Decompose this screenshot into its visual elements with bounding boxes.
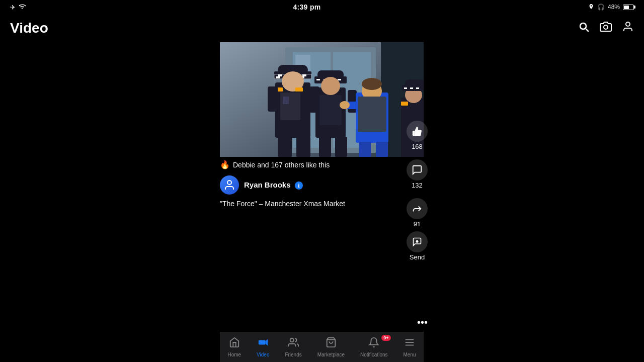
battery-percent: 48%: [608, 4, 620, 11]
svg-rect-42: [319, 137, 331, 157]
svg-rect-56: [405, 79, 424, 87]
verified-icon: ℹ: [295, 182, 303, 190]
svg-rect-23: [295, 87, 303, 92]
svg-rect-37: [338, 79, 341, 80]
svg-rect-60: [416, 87, 419, 89]
avatar: [220, 175, 239, 195]
video-scene: 👍: [220, 42, 424, 157]
svg-rect-58: [404, 87, 407, 89]
home-icon: [229, 337, 240, 351]
status-bar: ✈ 4:39 pm 🎧 48%: [0, 0, 644, 14]
likes-text: Debbie and 167 others like this: [233, 161, 330, 169]
svg-rect-50: [358, 97, 386, 132]
header: Video: [0, 14, 644, 42]
bottom-nav: Home Video Friends Marketplace 9+ Notifi…: [220, 332, 424, 362]
svg-point-68: [290, 338, 294, 342]
poster-row[interactable]: Ryan Brooks ℹ: [220, 172, 424, 198]
poster-name: Ryan Brooks: [244, 180, 291, 189]
nav-menu-label: Menu: [403, 352, 416, 357]
nav-home[interactable]: Home: [223, 334, 245, 360]
svg-point-49: [340, 101, 350, 109]
send-button[interactable]: Send: [407, 231, 428, 261]
more-options-button[interactable]: •••: [417, 317, 428, 328]
svg-point-1: [626, 22, 630, 26]
svg-rect-40: [309, 90, 318, 113]
svg-rect-52: [376, 142, 388, 157]
page-title: Video: [10, 20, 48, 36]
airplane-icon: ✈: [10, 4, 16, 11]
nav-friends[interactable]: Friends: [281, 334, 305, 360]
like-button[interactable]: 168: [407, 121, 428, 150]
svg-rect-29: [296, 137, 310, 157]
svg-rect-16: [302, 74, 306, 76]
search-button[interactable]: [578, 21, 590, 36]
svg-rect-28: [278, 137, 292, 157]
wifi-icon: [19, 3, 26, 12]
svg-rect-34: [316, 79, 320, 80]
fire-emoji: 🔥: [220, 160, 230, 169]
post-info: 🔥 Debbie and 167 others like this Ryan B…: [220, 157, 424, 210]
nav-notifications[interactable]: 9+ Notifications: [356, 334, 391, 360]
nav-menu[interactable]: Menu: [399, 334, 420, 360]
camera-button[interactable]: [600, 21, 612, 36]
svg-marker-67: [265, 339, 268, 346]
nav-marketplace-label: Marketplace: [317, 352, 345, 357]
nav-marketplace[interactable]: Marketplace: [313, 334, 349, 360]
svg-rect-51: [359, 142, 371, 157]
send-label: Send: [410, 253, 425, 261]
video-player[interactable]: 👍: [220, 42, 424, 157]
svg-rect-17: [276, 76, 280, 78]
svg-point-47: [362, 78, 382, 90]
like-count: 168: [412, 143, 423, 150]
friends-icon: [288, 337, 299, 351]
location-icon: [588, 4, 594, 11]
profile-button[interactable]: [622, 21, 634, 36]
header-actions: [578, 21, 634, 36]
svg-rect-59: [410, 87, 413, 89]
post-caption: "The Force" – Manchester Xmas Market: [220, 198, 424, 210]
marketplace-icon: [326, 337, 337, 351]
svg-rect-39: [319, 95, 342, 125]
video-icon: [258, 337, 269, 351]
svg-point-0: [604, 25, 608, 29]
nav-home-label: Home: [227, 352, 241, 357]
svg-rect-61: [401, 102, 408, 106]
share-count: 91: [414, 220, 421, 228]
nav-video-label: Video: [257, 352, 269, 357]
menu-icon: [404, 337, 415, 351]
notification-badge: 9+: [381, 335, 390, 341]
svg-point-64: [416, 240, 419, 243]
nav-notifications-label: Notifications: [360, 352, 387, 357]
headphones-icon: 🎧: [597, 4, 605, 11]
svg-rect-13: [278, 74, 282, 76]
svg-rect-66: [259, 340, 266, 344]
battery-icon: [623, 5, 634, 10]
status-right: 🎧 48%: [588, 4, 634, 11]
notifications-icon: [368, 337, 379, 351]
svg-point-65: [227, 180, 231, 185]
video-thumbnail: 👍: [220, 42, 424, 157]
status-time: 4:39 pm: [293, 3, 320, 11]
svg-rect-24: [268, 86, 278, 112]
svg-point-38: [321, 77, 340, 95]
likes-row: 🔥 Debbie and 167 others like this: [220, 157, 424, 172]
svg-rect-43: [335, 137, 347, 157]
nav-friends-label: Friends: [285, 352, 301, 357]
send-icon: [407, 231, 428, 252]
status-left: ✈: [10, 3, 26, 12]
like-icon: [407, 121, 428, 142]
nav-video[interactable]: Video: [253, 334, 273, 360]
svg-rect-41: [348, 90, 357, 113]
svg-rect-27: [283, 97, 289, 104]
